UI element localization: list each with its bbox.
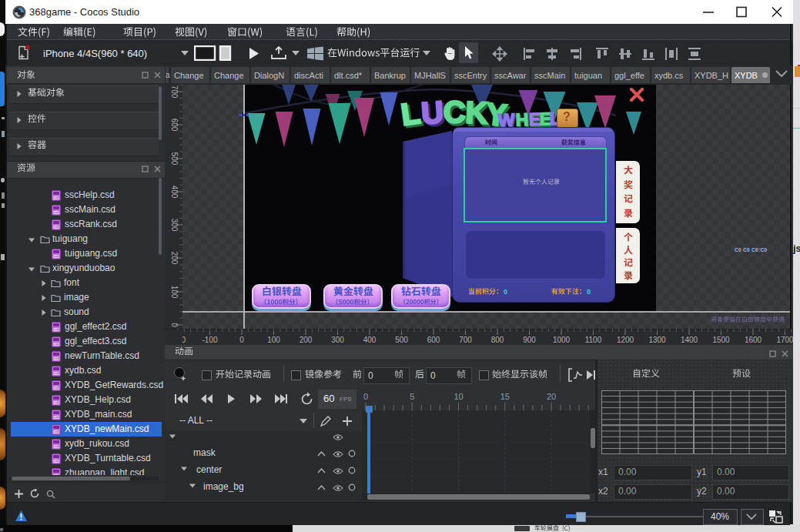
svg-text:1100: 1100 bbox=[585, 336, 602, 344]
svg-text:-100: -100 bbox=[202, 336, 217, 344]
svg-text:0: 0 bbox=[363, 392, 368, 401]
svg-text:csd: csd bbox=[54, 386, 59, 390]
svg-text:1600: 1600 bbox=[745, 336, 762, 344]
svg-text:csd: csd bbox=[54, 401, 59, 404]
svg-text:csd: csd bbox=[54, 255, 59, 258]
svg-text:800: 800 bbox=[491, 336, 504, 344]
svg-text:csd: csd bbox=[54, 460, 59, 463]
svg-text:U: U bbox=[420, 95, 444, 130]
svg-text:1400: 1400 bbox=[681, 336, 698, 344]
svg-text:300: 300 bbox=[170, 219, 179, 232]
svg-text:csd: csd bbox=[54, 357, 59, 360]
svg-text:700: 700 bbox=[459, 336, 472, 344]
svg-text:400: 400 bbox=[363, 336, 377, 344]
svg-text:300: 300 bbox=[331, 336, 344, 344]
svg-text:400: 400 bbox=[170, 186, 179, 199]
svg-text:1700: 1700 bbox=[776, 336, 793, 344]
svg-text:1300: 1300 bbox=[648, 336, 666, 344]
svg-text:csd: csd bbox=[54, 430, 59, 433]
svg-text:csd: csd bbox=[54, 196, 59, 199]
svg-text:csd: csd bbox=[54, 226, 59, 229]
svg-text:600: 600 bbox=[427, 336, 440, 344]
svg-text:csd: csd bbox=[54, 416, 59, 419]
svg-text:csd: csd bbox=[54, 445, 59, 448]
svg-text:100: 100 bbox=[267, 336, 280, 344]
svg-text:10: 10 bbox=[454, 392, 463, 401]
svg-text:csd: csd bbox=[54, 328, 59, 331]
svg-text:500: 500 bbox=[395, 336, 408, 344]
svg-text:1500: 1500 bbox=[712, 336, 730, 344]
svg-text:15: 15 bbox=[500, 392, 510, 401]
svg-text:500: 500 bbox=[170, 152, 179, 166]
svg-text:700: 700 bbox=[170, 85, 179, 99]
svg-text:100: 100 bbox=[170, 286, 179, 299]
svg-text:0: 0 bbox=[239, 336, 244, 344]
svg-text:0: 0 bbox=[170, 323, 179, 327]
svg-text:900: 900 bbox=[523, 336, 536, 344]
svg-text:csd: csd bbox=[54, 343, 59, 346]
svg-text:20: 20 bbox=[547, 392, 556, 401]
svg-text:600: 600 bbox=[170, 119, 179, 132]
svg-text:200: 200 bbox=[170, 252, 179, 265]
svg-text:1200: 1200 bbox=[617, 336, 634, 344]
svg-text:csd: csd bbox=[54, 474, 59, 475]
svg-text:200: 200 bbox=[300, 336, 313, 344]
svg-text:1000: 1000 bbox=[553, 336, 571, 344]
svg-text:csd: csd bbox=[54, 372, 59, 375]
svg-text:C: C bbox=[443, 95, 466, 129]
svg-text:5: 5 bbox=[410, 392, 414, 401]
svg-text:csd: csd bbox=[54, 211, 59, 214]
